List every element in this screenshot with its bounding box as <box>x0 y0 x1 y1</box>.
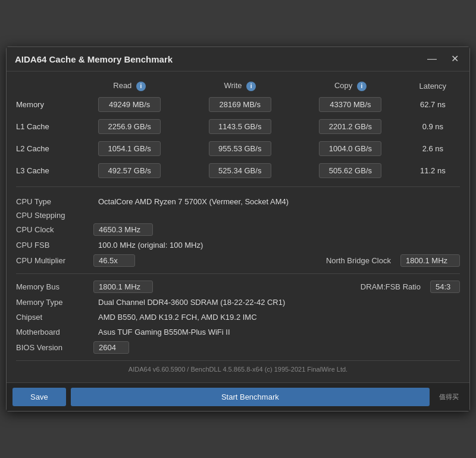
cpu-stepping-row: CPU Stepping <box>16 209 460 222</box>
bench-latency-0: 62.7 ns <box>406 95 460 114</box>
bench-row-label-1: L1 Cache <box>16 117 74 136</box>
copy-info-icon[interactable]: i <box>357 82 367 91</box>
motherboard-value: Asus TUF Gaming B550M-Plus WiFi II <box>93 326 235 338</box>
north-bridge-half: North Bridge Clock 1800.1 MHz <box>238 254 460 267</box>
cpu-clock-row: CPU Clock 4650.3 MHz <box>16 222 460 238</box>
cpu-clock-label: CPU Clock <box>16 225 93 234</box>
bench-read-2: 1054.1 GB/s <box>74 139 185 158</box>
bios-version-label: BIOS Version <box>16 343 93 352</box>
bench-write-2: 955.53 GB/s <box>184 139 295 158</box>
col-read-header: Read i <box>74 79 185 95</box>
bench-latency-3: 11.2 ns <box>406 161 460 180</box>
bench-row-label-3: L3 Cache <box>16 161 74 180</box>
bios-version-row: BIOS Version 2604 <box>16 339 460 356</box>
save-button[interactable]: Save <box>12 388 66 406</box>
bench-row-label-0: Memory <box>16 95 74 114</box>
cpu-type-row: CPU Type OctalCore AMD Ryzen 7 5700X (Ve… <box>16 194 460 209</box>
col-copy-header: Copy i <box>295 79 406 95</box>
read-info-icon[interactable]: i <box>136 82 146 91</box>
cpu-multiplier-value: 46.5x <box>93 254 135 267</box>
cpu-clock-value: 4650.3 MHz <box>93 223 153 236</box>
window-controls: — ✕ <box>425 53 461 65</box>
dram-fsb-label: DRAM:FSB Ratio <box>361 282 421 291</box>
section-divider-2 <box>16 273 460 274</box>
bench-latency-1: 0.9 ns <box>406 117 460 136</box>
bench-write-3: 525.34 GB/s <box>184 161 295 180</box>
memory-bus-label: Memory Bus <box>16 282 93 291</box>
cpu-fsb-row: CPU FSB 100.0 MHz (original: 100 MHz) <box>16 238 460 253</box>
titlebar: AIDA64 Cache & Memory Benchmark — ✕ <box>7 47 469 71</box>
col-latency-header: Latency <box>406 79 460 95</box>
memory-type-label: Memory Type <box>16 298 93 307</box>
bench-copy-0: 43370 MB/s <box>295 95 406 114</box>
cpu-fsb-label: CPU FSB <box>16 241 93 250</box>
bench-write-0: 28169 MB/s <box>184 95 295 114</box>
content-area: Read i Write i Copy i Latency Memory4924… <box>7 71 469 382</box>
memory-type-value: Dual Channel DDR4-3600 SDRAM (18-22-22-4… <box>93 297 290 308</box>
watermark-text: 值得买 <box>434 392 464 401</box>
cpu-multiplier-half: CPU Multiplier 46.5x <box>16 254 238 267</box>
north-bridge-value: 1800.1 MHz <box>400 254 460 267</box>
bench-read-0: 49249 MB/s <box>74 95 185 114</box>
bench-copy-2: 1004.0 GB/s <box>295 139 406 158</box>
motherboard-label: Motherboard <box>16 328 93 337</box>
col-write-header: Write i <box>184 79 295 95</box>
chipset-label: Chipset <box>16 313 93 322</box>
bench-copy-1: 2201.2 GB/s <box>295 117 406 136</box>
cpu-type-value: OctalCore AMD Ryzen 7 5700X (Vermeer, So… <box>93 196 293 207</box>
cpu-stepping-label: CPU Stepping <box>16 211 93 220</box>
bench-row-label-2: L2 Cache <box>16 139 74 158</box>
benchmark-table: Read i Write i Copy i Latency Memory4924… <box>16 79 460 180</box>
dram-fsb-half: DRAM:FSB Ratio 54:3 <box>238 281 460 293</box>
north-bridge-label: North Bridge Clock <box>326 256 391 265</box>
cpu-type-label: CPU Type <box>16 197 93 206</box>
memory-bus-row: Memory Bus 1800.1 MHz DRAM:FSB Ratio 54:… <box>16 279 460 295</box>
bench-copy-3: 505.62 GB/s <box>295 161 406 180</box>
main-window: AIDA64 Cache & Memory Benchmark — ✕ Read… <box>6 46 470 412</box>
memory-bus-value: 1800.1 MHz <box>93 281 153 293</box>
dram-fsb-value: 54:3 <box>430 281 460 293</box>
info-section: CPU Type OctalCore AMD Ryzen 7 5700X (Ve… <box>16 192 460 358</box>
start-benchmark-button[interactable]: Start Benchmark <box>71 388 430 406</box>
bench-read-1: 2256.9 GB/s <box>74 117 185 136</box>
cpu-multiplier-label: CPU Multiplier <box>16 256 93 265</box>
cpu-multiplier-row: CPU Multiplier 46.5x North Bridge Clock … <box>16 253 460 269</box>
minimize-button[interactable]: — <box>425 53 439 65</box>
write-info-icon[interactable]: i <box>246 82 256 91</box>
section-divider-1 <box>16 186 460 187</box>
footer-text: AIDA64 v6.60.5900 / BenchDLL 4.5.865.8-x… <box>16 360 460 375</box>
memory-bus-half: Memory Bus 1800.1 MHz <box>16 281 238 293</box>
memory-type-row: Memory Type Dual Channel DDR4-3600 SDRAM… <box>16 295 460 310</box>
motherboard-row: Motherboard Asus TUF Gaming B550M-Plus W… <box>16 325 460 339</box>
bench-read-3: 492.57 GB/s <box>74 161 185 180</box>
cpu-fsb-value: 100.0 MHz (original: 100 MHz) <box>93 239 208 251</box>
close-button[interactable]: ✕ <box>449 53 461 65</box>
bench-row-0: Memory49249 MB/s28169 MB/s43370 MB/s62.7… <box>16 95 460 114</box>
bench-row-2: L2 Cache1054.1 GB/s955.53 GB/s1004.0 GB/… <box>16 139 460 158</box>
bench-row-1: L1 Cache2256.9 GB/s1143.5 GB/s2201.2 GB/… <box>16 117 460 136</box>
bench-latency-2: 2.6 ns <box>406 139 460 158</box>
bench-write-1: 1143.5 GB/s <box>184 117 295 136</box>
cpu-stepping-value <box>93 216 103 218</box>
chipset-value: AMD B550, AMD K19.2 FCH, AMD K19.2 IMC <box>93 311 262 323</box>
bios-version-value: 2604 <box>93 341 129 354</box>
bench-row-3: L3 Cache492.57 GB/s525.34 GB/s505.62 GB/… <box>16 161 460 180</box>
window-title: AIDA64 Cache & Memory Benchmark <box>15 54 173 64</box>
bottom-bar: Save Start Benchmark 值得买 <box>7 382 469 411</box>
chipset-row: Chipset AMD B550, AMD K19.2 FCH, AMD K19… <box>16 310 460 325</box>
col-label-header <box>16 79 74 95</box>
